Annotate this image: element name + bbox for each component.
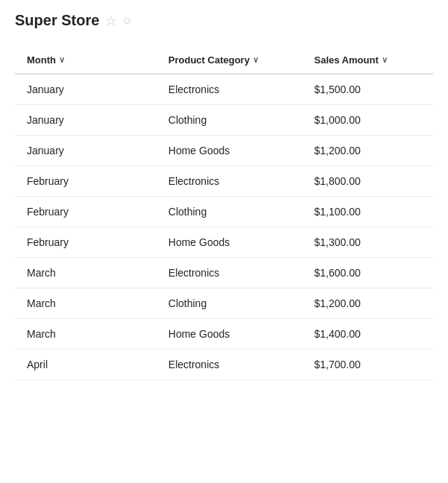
cell-category: Home Goods	[157, 319, 303, 350]
table-row: AprilElectronics$1,700.00	[15, 350, 433, 380]
column-header-category[interactable]: Product Category ∨	[157, 47, 303, 74]
cell-month: March	[15, 288, 157, 319]
table-row: FebruaryElectronics$1,800.00	[15, 166, 433, 197]
cell-category: Electronics	[157, 166, 303, 197]
star-icon[interactable]: ☆	[105, 13, 117, 29]
cell-month: January	[15, 105, 157, 136]
table-row: FebruaryClothing$1,100.00	[15, 197, 433, 227]
cell-category: Clothing	[157, 105, 303, 136]
cell-sales: $1,500.00	[303, 74, 433, 105]
cell-category: Home Goods	[157, 136, 303, 166]
cell-month: February	[15, 227, 157, 258]
cell-month: April	[15, 350, 157, 380]
column-header-month[interactable]: Month ∨	[15, 47, 157, 74]
cell-month: March	[15, 258, 157, 288]
cell-month: February	[15, 166, 157, 197]
cell-category: Electronics	[157, 350, 303, 380]
column-header-sales[interactable]: Sales Amount ∨	[303, 47, 433, 74]
cell-category: Electronics	[157, 258, 303, 288]
cell-category: Clothing	[157, 197, 303, 227]
cell-category: Clothing	[157, 288, 303, 319]
title-bar: Super Store ☆ ○	[15, 12, 433, 29]
cell-sales: $1,300.00	[303, 227, 433, 258]
cell-sales: $1,600.00	[303, 258, 433, 288]
cell-sales: $1,400.00	[303, 319, 433, 350]
cell-sales: $1,200.00	[303, 136, 433, 166]
table-row: MarchClothing$1,200.00	[15, 288, 433, 319]
table-row: MarchElectronics$1,600.00	[15, 258, 433, 288]
cell-category: Electronics	[157, 74, 303, 105]
table-row: JanuaryElectronics$1,500.00	[15, 74, 433, 105]
cell-category: Home Goods	[157, 227, 303, 258]
cell-month: March	[15, 319, 157, 350]
sort-icon-sales: ∨	[382, 55, 388, 65]
circle-check-icon[interactable]: ○	[123, 13, 131, 28]
cell-sales: $1,800.00	[303, 166, 433, 197]
app-title: Super Store	[15, 12, 99, 29]
data-table-container: Month ∨ Product Category ∨ Sales Amount …	[15, 47, 433, 380]
cell-month: February	[15, 197, 157, 227]
table-row: JanuaryHome Goods$1,200.00	[15, 136, 433, 166]
table-body: JanuaryElectronics$1,500.00JanuaryClothi…	[15, 74, 433, 380]
table-row: JanuaryClothing$1,000.00	[15, 105, 433, 136]
header-row: Month ∨ Product Category ∨ Sales Amount …	[15, 47, 433, 74]
table-row: MarchHome Goods$1,400.00	[15, 319, 433, 350]
sort-icon-month: ∨	[59, 55, 65, 65]
data-table: Month ∨ Product Category ∨ Sales Amount …	[15, 47, 433, 380]
cell-month: January	[15, 74, 157, 105]
cell-sales: $1,200.00	[303, 288, 433, 319]
cell-sales: $1,700.00	[303, 350, 433, 380]
table-header: Month ∨ Product Category ∨ Sales Amount …	[15, 47, 433, 74]
cell-sales: $1,100.00	[303, 197, 433, 227]
cell-sales: $1,000.00	[303, 105, 433, 136]
sort-icon-category: ∨	[253, 55, 259, 65]
cell-month: January	[15, 136, 157, 166]
table-row: FebruaryHome Goods$1,300.00	[15, 227, 433, 258]
